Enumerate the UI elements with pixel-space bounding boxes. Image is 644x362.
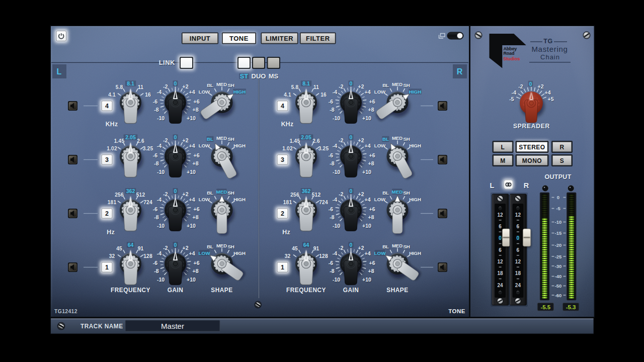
- svg-text:1.02: 1.02: [107, 145, 117, 151]
- svg-text:-6: -6: [329, 260, 333, 266]
- svg-text:HIGH: HIGH: [233, 143, 246, 148]
- svg-text:3: 3: [105, 156, 109, 163]
- svg-text:0: 0: [174, 188, 177, 194]
- svg-text:+4: +4: [189, 197, 195, 203]
- svg-text:SH: SH: [403, 136, 410, 142]
- svg-text:-8: -8: [154, 107, 158, 113]
- svg-text:-40: -40: [555, 274, 562, 279]
- svg-text:-4: -4: [157, 89, 162, 95]
- svg-text:STEREO: STEREO: [519, 144, 545, 151]
- svg-text:-10: -10: [555, 219, 562, 225]
- svg-text:LOW: LOW: [374, 197, 386, 202]
- svg-text:6: 6: [499, 247, 502, 253]
- svg-text:SPREADER: SPREADER: [513, 123, 550, 130]
- svg-text:-10: -10: [157, 223, 165, 229]
- svg-text:M: M: [500, 157, 506, 164]
- svg-text:1: 1: [281, 264, 284, 271]
- svg-text:0: 0: [499, 235, 502, 241]
- svg-text:TONE: TONE: [229, 35, 249, 42]
- svg-text:18: 18: [498, 270, 504, 276]
- svg-text:+6: +6: [194, 260, 200, 266]
- svg-text:-2: -2: [163, 245, 168, 251]
- svg-text:MED: MED: [392, 135, 403, 141]
- svg-text:MS: MS: [269, 72, 279, 80]
- svg-text:HIGH: HIGH: [233, 197, 246, 202]
- svg-text:-5.3: -5.3: [566, 304, 576, 310]
- svg-text:3.25: 3.25: [143, 145, 153, 151]
- svg-text:+2: +2: [538, 83, 544, 89]
- svg-text:TRACK NAME: TRACK NAME: [80, 323, 123, 330]
- svg-text:HIGH: HIGH: [409, 197, 421, 202]
- svg-text:1: 1: [105, 264, 109, 271]
- svg-text:16: 16: [145, 92, 151, 98]
- svg-text:11: 11: [313, 84, 319, 90]
- svg-text:-10: -10: [333, 115, 340, 121]
- svg-text:-2: -2: [339, 83, 343, 89]
- svg-text:HIGH: HIGH: [409, 143, 421, 148]
- svg-text:4: 4: [281, 103, 284, 110]
- svg-text:1.45: 1.45: [114, 138, 125, 144]
- svg-text:+10: +10: [362, 169, 371, 175]
- svg-text:-4: -4: [157, 143, 162, 149]
- svg-text:-4: -4: [512, 89, 516, 96]
- svg-text:64: 64: [303, 242, 309, 248]
- svg-text:512: 512: [136, 192, 145, 198]
- svg-text:2: 2: [281, 210, 284, 217]
- svg-text:+4: +4: [365, 143, 371, 149]
- svg-text:LINK: LINK: [159, 59, 175, 66]
- svg-text:181: 181: [108, 199, 117, 205]
- svg-text:ST: ST: [240, 72, 249, 80]
- svg-text:+10: +10: [187, 223, 196, 229]
- svg-text:24: 24: [498, 283, 504, 288]
- svg-text:128: 128: [319, 253, 328, 259]
- svg-text:BL: BL: [207, 190, 213, 196]
- svg-text:LOW: LOW: [374, 143, 386, 148]
- svg-text:KHz: KHz: [106, 121, 118, 128]
- svg-text:-2: -2: [163, 137, 168, 143]
- svg-text:45: 45: [116, 245, 122, 251]
- svg-text:+8: +8: [193, 268, 199, 274]
- svg-text:L: L: [490, 182, 495, 190]
- svg-text:-5.5: -5.5: [540, 304, 550, 310]
- svg-text:12: 12: [498, 259, 504, 264]
- svg-text:0: 0: [557, 195, 559, 200]
- svg-text:6: 6: [517, 247, 520, 253]
- svg-text:SH: SH: [403, 190, 410, 196]
- svg-text:-8: -8: [330, 160, 334, 166]
- svg-text:Studios: Studios: [503, 56, 520, 61]
- svg-text:+4: +4: [545, 89, 551, 96]
- svg-text:+8: +8: [368, 268, 374, 274]
- svg-text:+8: +8: [368, 214, 374, 220]
- svg-text:-2: -2: [518, 83, 523, 89]
- svg-text:SHAPE: SHAPE: [386, 287, 408, 294]
- svg-text:2.6: 2.6: [312, 138, 320, 144]
- svg-text:+4: +4: [365, 250, 371, 256]
- svg-text:+6: +6: [194, 152, 200, 158]
- svg-text:2.05: 2.05: [125, 134, 136, 140]
- svg-text:+10: +10: [187, 277, 196, 283]
- svg-text:-6: -6: [153, 206, 157, 212]
- svg-text:MED: MED: [216, 135, 227, 141]
- svg-text:L: L: [501, 144, 505, 151]
- svg-text:BL: BL: [207, 136, 213, 142]
- svg-text:-10: -10: [157, 169, 165, 175]
- svg-text:+2: +2: [358, 191, 364, 197]
- svg-text:MED: MED: [216, 189, 227, 195]
- svg-text:724: 724: [143, 199, 152, 205]
- svg-text:LOW: LOW: [374, 250, 386, 256]
- svg-text:-4: -4: [157, 197, 162, 203]
- svg-text:362: 362: [302, 188, 311, 194]
- svg-text:-20: -20: [555, 242, 562, 248]
- svg-text:LOW: LOW: [199, 89, 210, 95]
- svg-text:11: 11: [138, 84, 143, 90]
- svg-text:128: 128: [143, 253, 152, 259]
- svg-text:+2: +2: [183, 191, 189, 197]
- svg-text:-2: -2: [339, 191, 343, 197]
- svg-text:12: 12: [498, 212, 504, 218]
- svg-text:FREQUENCY: FREQUENCY: [111, 287, 150, 294]
- svg-text:-8: -8: [154, 160, 158, 166]
- svg-text:+8: +8: [193, 160, 199, 166]
- svg-text:HIGH: HIGH: [233, 250, 246, 256]
- svg-text:LIMITER: LIMITER: [266, 35, 294, 42]
- svg-text:2.6: 2.6: [137, 138, 144, 144]
